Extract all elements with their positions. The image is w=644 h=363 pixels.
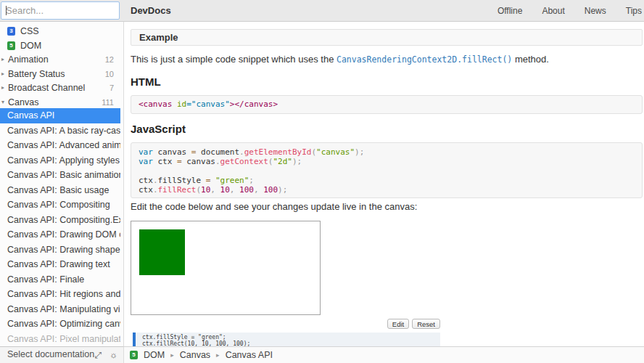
app-title: DevDocs (131, 0, 171, 21)
breadcrumb-item-canvas-api[interactable]: Canvas API (226, 350, 273, 360)
intro-text-after: method. (512, 54, 549, 65)
sidebar-page-item[interactable]: Canvas API: Optimizing canvas (0, 317, 120, 332)
sidebar-page-item[interactable]: Canvas API (0, 108, 120, 123)
javascript-code-block: var canvas = document.getElementById("ca… (131, 142, 643, 198)
sidebar-page-item[interactable]: Canvas API: Applying styles and c... (0, 153, 120, 168)
entry-count-badge: 12 (105, 52, 114, 67)
css-doc-icon: 3 (7, 27, 15, 36)
sidebar: 3CSS5DOM▸Animation12▸Battery Status10▸Br… (0, 22, 124, 346)
sidebar-page-item[interactable]: Canvas API: Compositing (0, 197, 120, 213)
select-documentation-button[interactable]: Select documentation (7, 347, 94, 362)
sidebar-page-item[interactable]: Canvas API: Advanced animations (0, 138, 120, 153)
fillrect-method-link[interactable]: CanvasRenderingContext2D.fillRect() (337, 54, 512, 65)
sidebar-page-item[interactable]: Canvas API: Manipulating video u... (0, 302, 120, 317)
sidebar-item-css[interactable]: 3CSS (0, 24, 123, 38)
chevron-right-icon[interactable]: ▸ (1, 67, 7, 81)
sidebar-page-item[interactable]: Canvas API: Finale (0, 272, 120, 287)
breadcrumb-separator-icon: ▸ (170, 351, 174, 359)
top-header: DevDocs OfflineAboutNewsTips (0, 0, 644, 22)
sidebar-page-item[interactable]: Canvas API: Drawing text (0, 257, 120, 272)
dom-doc-icon: 5 (130, 351, 138, 359)
editor-buttons: Edit Reset (131, 319, 440, 329)
header-link-tips[interactable]: Tips (626, 6, 642, 16)
sidebar-item-canvas[interactable]: ▾Canvas111 (0, 95, 123, 110)
dom-doc-icon: 5 (7, 41, 15, 50)
sidebar-footer: Select documentation ⤢ ☼ (0, 346, 124, 363)
header-link-offline[interactable]: Offline (498, 6, 522, 16)
example-section-header: Example (131, 29, 643, 46)
sidebar-item-broadcast-channel[interactable]: ▸Broadcast Channel7 (0, 81, 123, 95)
intro-text-before: This is just a simple code snippet which… (131, 54, 337, 65)
sidebar-page-item[interactable]: Canvas API: Pixel manipulation wi... (0, 332, 120, 347)
sidebar-page-item[interactable]: Canvas API: Basic animations (0, 168, 120, 183)
sidebar-page-item[interactable]: Canvas API: Basic usage (0, 183, 120, 198)
editor-left-bar (133, 333, 136, 347)
reset-button[interactable]: Reset (412, 319, 440, 329)
doc-label: Broadcast Channel (8, 81, 85, 95)
sidebar-item-battery-status[interactable]: ▸Battery Status10 (0, 67, 123, 81)
breadcrumb-separator-icon: ▸ (216, 351, 220, 359)
html-code-block: <canvas id="canvas"></canvas> (131, 95, 643, 114)
theme-toggle-icon[interactable]: ☼ (110, 350, 117, 360)
entry-count-badge: 7 (110, 81, 114, 95)
chevron-right-icon[interactable]: ▸ (1, 81, 7, 95)
sidebar-item-animation[interactable]: ▸Animation12 (0, 52, 123, 67)
live-canvas (131, 221, 321, 315)
devdocs-app: DevDocs OfflineAboutNewsTips 3CSS5DOM▸An… (0, 0, 644, 363)
chevron-down-icon[interactable]: ▾ (1, 95, 7, 110)
green-fill-rect (139, 229, 185, 275)
breadcrumb-item-canvas[interactable]: Canvas (180, 350, 210, 360)
search-input[interactable] (1, 1, 120, 20)
entry-count-badge: 111 (102, 95, 114, 110)
sidebar-page-item[interactable]: Canvas API: Hit regions and acces... (0, 287, 120, 302)
text-caret (6, 6, 7, 15)
header-link-about[interactable]: About (542, 6, 564, 16)
header-links: OfflineAboutNewsTips (498, 0, 644, 22)
sidebar-page-item[interactable]: Canvas API: Compositing.Example (0, 213, 120, 228)
html-heading: HTML (131, 76, 161, 88)
edit-button[interactable]: Edit (387, 319, 409, 329)
breadcrumb-item-dom[interactable]: DOM (144, 350, 165, 360)
doc-label: CSS (20, 24, 39, 38)
doc-label: DOM (20, 38, 41, 53)
doc-label: Animation (8, 52, 49, 67)
intro-paragraph: This is just a simple code snippet which… (131, 54, 549, 65)
breadcrumb: DOM▸Canvas▸Canvas API (144, 350, 273, 360)
chevron-right-icon[interactable]: ▸ (1, 52, 7, 67)
sidebar-footer-icons: ⤢ ☼ (94, 347, 117, 362)
live-code-editor[interactable]: ctx.fillStyle = "green"; ctx.fillRect(10… (133, 333, 440, 347)
sidebar-page-item[interactable]: Canvas API: Drawing DOM object... (0, 227, 120, 242)
breadcrumb-bar: 5 DOM▸Canvas▸Canvas API (124, 346, 644, 363)
entry-count-badge: 10 (105, 67, 114, 81)
sidebar-page-item[interactable]: Canvas API: A basic ray-caster (0, 123, 120, 139)
sidebar-page-item[interactable]: Canvas API: Drawing shapes (0, 242, 120, 258)
header-link-news[interactable]: News (585, 6, 606, 16)
javascript-heading: JavaScript (131, 123, 186, 135)
resize-icon[interactable]: ⤢ (94, 350, 102, 360)
sidebar-item-dom[interactable]: 5DOM (0, 38, 123, 53)
doc-label: Battery Status (8, 67, 65, 81)
editor-code-text: ctx.fillStyle = "green"; ctx.fillRect(10… (142, 335, 250, 347)
doc-label: Canvas (8, 95, 38, 110)
edit-instruction: Edit the code below and see your changes… (131, 201, 417, 212)
